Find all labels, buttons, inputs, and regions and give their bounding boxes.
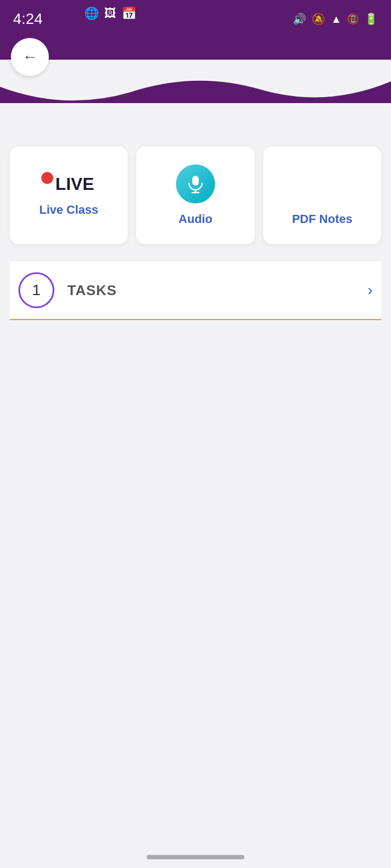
- status-left-icons: 🌐 🖼 📅: [84, 7, 136, 21]
- battery-icon: 🔋: [364, 12, 378, 25]
- pdf-notes-label: PDF Notes: [292, 212, 352, 226]
- live-class-icon: LIVE: [43, 174, 94, 194]
- tasks-label: TASKS: [67, 282, 368, 299]
- calendar-icon: 📅: [122, 7, 136, 21]
- status-right-icons: 🔊 🔕 ▲ 📵 🔋: [293, 12, 378, 25]
- main-content: LIVE Live Class Audio: [0, 136, 391, 342]
- microphone-icon: [176, 164, 215, 203]
- live-class-label: Live Class: [39, 203, 98, 217]
- mute-icon: 🔕: [312, 12, 325, 25]
- signal-icon: 📵: [347, 13, 359, 25]
- status-bar: 4:24 🔊 🔕 ▲ 📵 🔋: [0, 0, 391, 38]
- tasks-row[interactable]: 1 TASKS ›: [10, 261, 381, 320]
- status-time: 4:24: [13, 10, 43, 28]
- audio-icon: [176, 164, 215, 203]
- pdf-notes-card[interactable]: PDF Notes: [263, 146, 381, 244]
- back-button[interactable]: ←: [11, 38, 49, 76]
- cards-row: LIVE Live Class Audio: [10, 146, 381, 244]
- tasks-chevron-icon: ›: [368, 282, 373, 299]
- live-dot-icon: [41, 172, 53, 184]
- back-arrow-icon: ←: [22, 48, 37, 66]
- home-indicator: [147, 855, 244, 859]
- svg-rect-0: [192, 176, 199, 186]
- image-icon: 🖼: [104, 7, 116, 21]
- audio-card[interactable]: Audio: [136, 146, 254, 244]
- pdf-notes-icon: [302, 164, 342, 203]
- live-class-card[interactable]: LIVE Live Class: [10, 146, 128, 244]
- tasks-count: 1: [32, 282, 41, 299]
- live-text: LIVE: [55, 174, 94, 194]
- wifi-icon: ▲: [331, 13, 342, 25]
- lte-icon: 🔊: [293, 12, 306, 25]
- globe-icon: 🌐: [84, 7, 99, 21]
- audio-label: Audio: [179, 212, 212, 226]
- tasks-badge: 1: [18, 272, 54, 308]
